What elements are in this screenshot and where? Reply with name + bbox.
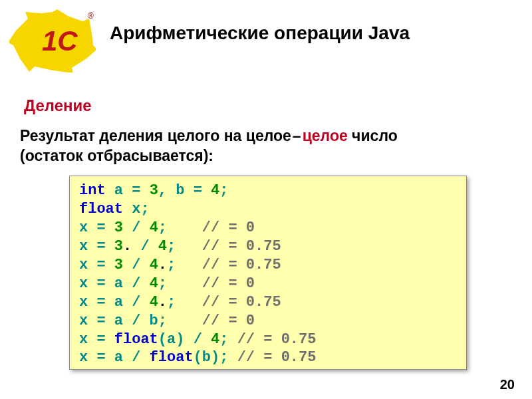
- code-comment: // = 0.75: [202, 257, 281, 273]
- code-text: x = a /: [79, 349, 150, 366]
- desc-highlight: целое: [303, 127, 348, 144]
- logo-reg: ®: [88, 11, 94, 21]
- code-num: 3: [114, 219, 123, 236]
- code-text: x = a /: [79, 294, 150, 311]
- code-dot: .: [158, 294, 167, 311]
- code-text: ;: [167, 238, 202, 255]
- code-text: ;: [158, 219, 202, 236]
- code-text: x;: [123, 201, 150, 217]
- desc-dash: –: [291, 127, 303, 144]
- description-text: Результат деления целого на целое–целое …: [20, 126, 398, 166]
- code-text: ;: [158, 275, 202, 292]
- logo-1c: 1C ®: [9, 9, 96, 72]
- code-text: ;: [219, 331, 237, 348]
- code-num: 4: [211, 182, 219, 199]
- code-text: x =: [79, 238, 114, 255]
- code-num: 4: [150, 219, 158, 236]
- code-text: (b);: [194, 349, 237, 366]
- code-num: 4: [150, 294, 158, 311]
- code-text: /: [123, 257, 150, 273]
- code-kw: int: [79, 182, 106, 199]
- code-text: ;: [167, 294, 202, 311]
- code-kw: float: [114, 331, 158, 348]
- section-heading: Деление: [24, 96, 92, 115]
- code-num: 4: [211, 331, 219, 348]
- code-kw: float: [79, 201, 123, 217]
- code-text: /: [123, 219, 150, 236]
- code-text: x = a / b;: [79, 313, 202, 329]
- page-number: 20: [500, 377, 515, 392]
- code-kw: float: [150, 349, 194, 366]
- desc-part4: (остаток отбрасывается):: [20, 147, 213, 164]
- code-comment: // = 0.75: [237, 349, 317, 366]
- code-dot: .: [123, 238, 132, 255]
- logo-text: 1C: [42, 25, 78, 57]
- page-title: Арифметические операции Java: [110, 23, 410, 44]
- code-num: 3: [150, 182, 158, 199]
- code-text: ;: [167, 257, 202, 273]
- code-text: , b =: [158, 182, 211, 199]
- code-text: /: [132, 238, 158, 255]
- code-text: a =: [106, 182, 150, 199]
- desc-part3: число: [348, 127, 398, 144]
- code-comment: // = 0.75: [237, 331, 317, 348]
- code-text: x = a /: [79, 275, 150, 292]
- code-text: x =: [79, 219, 114, 236]
- desc-part1: Результат деления целого на целое: [20, 127, 291, 144]
- code-comment: // = 0: [202, 313, 255, 329]
- code-text: ;: [219, 182, 228, 199]
- code-example: int a = 3, b = 4; float x; x = 3 / 4; //…: [69, 176, 467, 370]
- code-num: 4: [150, 275, 158, 292]
- code-comment: // = 0: [202, 219, 255, 236]
- code-num: 3: [114, 238, 123, 255]
- code-text: (a) /: [158, 331, 211, 348]
- code-num: 4: [150, 257, 158, 273]
- code-comment: // = 0: [202, 275, 255, 292]
- code-dot: .: [158, 257, 167, 273]
- code-text: x =: [79, 257, 114, 273]
- code-comment: // = 0.75: [202, 294, 281, 311]
- code-num: 3: [114, 257, 123, 273]
- code-num: 4: [158, 238, 167, 255]
- code-comment: // = 0.75: [202, 238, 281, 255]
- code-text: x =: [79, 331, 114, 348]
